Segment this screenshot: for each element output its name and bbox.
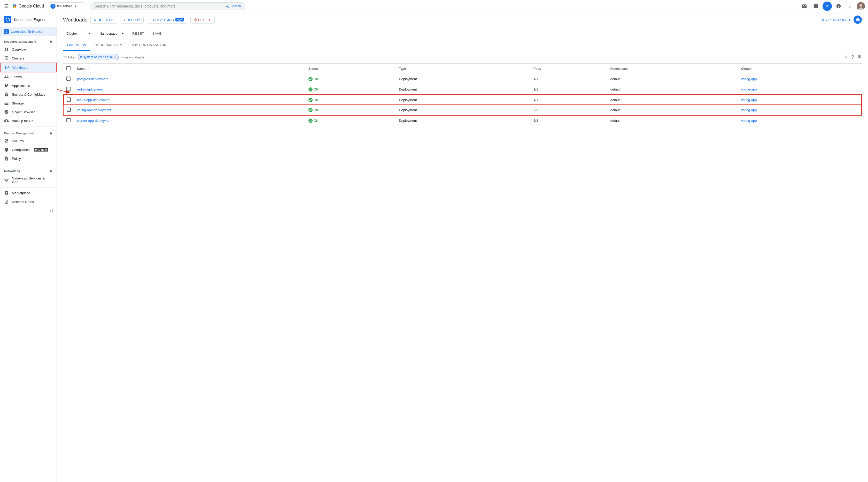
nav-item-marketplace[interactable]: Marketplace xyxy=(0,189,57,197)
main-layout: Kubernetes Engine E Learn about Enterpri… xyxy=(0,12,868,482)
workloads-table: Name ↑ Status Type Pods Namespace Cluste… xyxy=(63,64,862,126)
tab-overview[interactable]: OVERVIEW xyxy=(63,40,90,51)
nav-item-compliance[interactable]: Compliance PREVIEW xyxy=(0,145,57,154)
row-name-2[interactable]: redis-deployment xyxy=(74,84,305,95)
th-pods[interactable]: Pods xyxy=(530,64,607,74)
nav-item-teams[interactable]: Teams xyxy=(0,73,57,81)
applications-icon xyxy=(4,83,9,88)
project-dropdown-icon[interactable]: ▾ xyxy=(75,4,76,8)
th-name[interactable]: Name ↑ xyxy=(74,64,305,74)
row-cluster-1[interactable]: voting-app xyxy=(738,74,862,84)
search-input[interactable] xyxy=(95,4,225,8)
row-cluster-4[interactable]: voting-app xyxy=(738,105,862,115)
tab-observability[interactable]: OBSERVABILITY xyxy=(90,40,127,51)
nav-item-release-notes[interactable]: Release Notes xyxy=(0,197,57,206)
row-cluster-3[interactable]: voting-app xyxy=(738,95,862,105)
close-icon[interactable]: ✕ xyxy=(844,54,848,60)
nav-item-overview[interactable]: Overview xyxy=(0,45,57,54)
th-cluster[interactable]: Cluster xyxy=(738,64,862,74)
graduate-button[interactable] xyxy=(854,16,862,24)
table-row: result-app-deployment OK Deployment 1/1 … xyxy=(63,95,862,105)
nav-item-secrets[interactable]: Secrets & ConfigMaps xyxy=(0,90,57,99)
reset-button[interactable]: RESET xyxy=(129,30,147,37)
row-name-4[interactable]: voting-app-deployment xyxy=(74,105,305,115)
columns-icon[interactable] xyxy=(857,54,862,60)
release-notes-label: Release Notes xyxy=(12,200,34,204)
save-button[interactable]: SAVE xyxy=(149,30,165,37)
project-selector[interactable]: ⬡ lab-server ▾ xyxy=(48,2,84,10)
row-cluster-5[interactable]: voting-app xyxy=(738,115,862,126)
workloads-label: Workloads xyxy=(12,66,28,69)
row-checkbox-4[interactable] xyxy=(63,105,74,115)
table-row: worker-app-deployment OK Deployment 3/3 … xyxy=(63,115,862,126)
notification-badge[interactable]: 3 xyxy=(823,2,832,11)
storage-label: Storage xyxy=(12,102,24,105)
page-header: Workloads ↻ REFRESH + DEPLOY + CREATE JO… xyxy=(57,12,868,27)
nav-item-security[interactable]: Security xyxy=(0,137,57,145)
security-label: Security xyxy=(12,139,24,143)
collapse-resource-management[interactable]: ∧ xyxy=(49,39,53,44)
notifications-icon[interactable] xyxy=(800,2,809,11)
filter-workloads-input[interactable] xyxy=(121,55,164,59)
collapse-networking[interactable]: ∧ xyxy=(49,168,53,173)
row-name-1[interactable]: postgres-deployment xyxy=(74,74,305,84)
table-area: Filter Is system object : False × ✕ ? xyxy=(57,51,868,126)
nav-item-policy[interactable]: Policy xyxy=(0,154,57,163)
collapse-sidebar-icon[interactable]: ◁ xyxy=(49,208,53,213)
nav-item-collapse[interactable]: ◁ xyxy=(0,206,57,215)
th-status[interactable]: Status xyxy=(305,64,396,74)
nav-item-storage[interactable]: Storage xyxy=(0,99,57,108)
filter-trigger[interactable]: Filter xyxy=(63,55,76,59)
row-name-5[interactable]: worker-app-deployment xyxy=(74,115,305,126)
gateways-icon xyxy=(4,178,9,182)
row-checkbox-3[interactable] xyxy=(63,95,74,105)
nav-item-object-browser[interactable]: Object Browser xyxy=(0,108,57,116)
th-type[interactable]: Type xyxy=(396,64,530,74)
row-pods-5: 3/3 xyxy=(530,115,607,126)
namespace-select[interactable]: Namespace ▾ xyxy=(96,30,127,37)
collapse-posture-management[interactable]: ∧ xyxy=(49,131,53,136)
nav-item-applications[interactable]: Applications xyxy=(0,81,57,90)
enterprise-badge: E xyxy=(4,29,9,34)
row-checkbox-5[interactable] xyxy=(63,115,74,126)
create-job-button[interactable]: + CREATE JOB NEW xyxy=(147,16,188,24)
deploy-label: DEPLOY xyxy=(127,18,140,22)
operations-button[interactable]: ⚙ OPERATIONS ▾ xyxy=(822,18,850,22)
operations-icon: ⚙ xyxy=(822,18,825,22)
table-row: redis-deployment OK Deployment 1/1 defau… xyxy=(63,84,862,95)
user-avatar[interactable] xyxy=(857,2,865,10)
cloud-shell-icon[interactable] xyxy=(811,2,820,11)
row-checkbox-2[interactable] xyxy=(63,84,74,95)
select-all-checkbox[interactable] xyxy=(66,66,70,70)
row-name-3[interactable]: result-app-deployment xyxy=(74,95,305,105)
nav-item-backup[interactable]: Backup for GKE xyxy=(0,116,57,125)
row-cluster-2[interactable]: voting-app xyxy=(738,84,862,95)
help-circle-icon[interactable]: ? xyxy=(851,55,854,60)
gateways-label: Gateways, Services & Ingr... xyxy=(12,176,53,184)
row-namespace-1: default xyxy=(607,74,738,84)
row-status-1: OK xyxy=(305,74,396,84)
th-namespace[interactable]: Namespace xyxy=(607,64,738,74)
table-row: voting-app-deployment OK Deployment 3/3 … xyxy=(63,105,862,115)
deploy-button[interactable]: + DEPLOY xyxy=(120,16,144,24)
operations-label: OPERATIONS xyxy=(826,18,847,22)
help-icon[interactable] xyxy=(834,2,843,11)
more-options-icon[interactable] xyxy=(845,2,855,11)
nav-item-clusters[interactable]: Clusters xyxy=(0,54,57,63)
refresh-button[interactable]: ↻ REFRESH xyxy=(90,16,117,24)
system-object-filter-chip[interactable]: Is system object : False × xyxy=(78,54,119,60)
project-name: lab-server xyxy=(57,4,72,8)
overview-icon xyxy=(4,47,9,52)
hamburger-menu-icon[interactable]: ☰ xyxy=(3,2,10,10)
policy-icon xyxy=(4,156,9,161)
delete-button[interactable]: 🗑 DELETE xyxy=(190,16,215,24)
row-checkbox-1[interactable] xyxy=(63,74,74,84)
search-button[interactable]: Search xyxy=(225,4,241,8)
nav-item-gateways[interactable]: Gateways, Services & Ingr... xyxy=(0,174,57,186)
cluster-select[interactable]: Cluster ▾ xyxy=(63,30,94,37)
enterprise-banner[interactable]: E Learn about Enterprise xyxy=(0,27,57,36)
object-browser-icon xyxy=(4,110,9,114)
chip-close-icon[interactable]: × xyxy=(115,55,117,59)
nav-item-workloads[interactable]: Workloads xyxy=(0,63,57,73)
tab-cost-optimization[interactable]: COST OPTIMIZATION xyxy=(127,40,171,51)
